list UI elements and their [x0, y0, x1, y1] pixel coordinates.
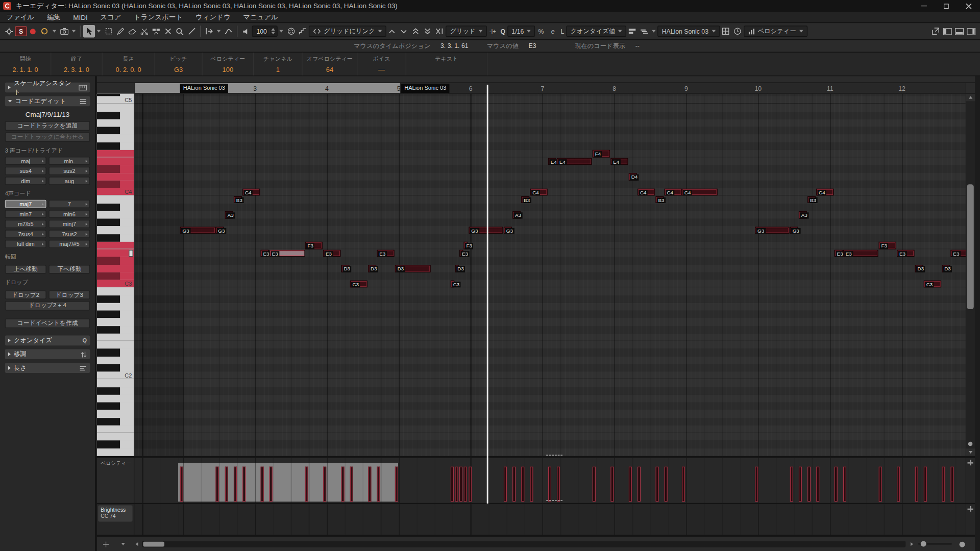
midi-note[interactable]: E3 — [323, 249, 340, 257]
acoustic-feedback-button[interactable] — [39, 25, 51, 37]
minimize-button[interactable] — [913, 0, 935, 12]
time-display-button[interactable] — [731, 25, 743, 37]
velocity-bar[interactable] — [459, 467, 462, 502]
velocity-bar[interactable] — [225, 467, 228, 502]
chord-type-button[interactable]: full dim — [5, 240, 46, 248]
horizontal-zoom-slider[interactable] — [918, 543, 952, 545]
velocity-bar[interactable] — [512, 467, 516, 502]
midi-note[interactable]: D3 — [915, 265, 923, 272]
chord-type-button[interactable]: min6 — [49, 210, 90, 218]
velocity-bar[interactable] — [915, 467, 918, 502]
piano-key[interactable] — [97, 234, 134, 242]
menu-item[interactable]: ファイル — [0, 12, 41, 22]
autoscroll-button[interactable] — [203, 25, 215, 37]
piano-key[interactable] — [97, 433, 134, 441]
scroll-left-button[interactable] — [132, 540, 142, 548]
piano-key[interactable] — [97, 334, 134, 341]
chord-type-button[interactable]: 7 — [49, 200, 90, 208]
midi-note[interactable]: C4 — [682, 188, 718, 195]
piano-key[interactable] — [97, 150, 134, 158]
velocity-bar[interactable] — [807, 467, 811, 502]
midi-note[interactable]: C3 — [350, 280, 368, 287]
midi-note[interactable]: E4 — [548, 158, 556, 165]
chord-variant-arrow-icon[interactable] — [42, 213, 44, 216]
velocity-bar[interactable] — [368, 467, 371, 502]
chord-type-button[interactable]: maj7 — [5, 200, 46, 208]
piano-key[interactable] — [97, 127, 134, 135]
midi-note[interactable]: A3 — [512, 211, 521, 218]
midi-note[interactable]: E3 — [843, 249, 878, 257]
piano-key[interactable] — [97, 410, 134, 418]
section-quantize[interactable]: クオンタイズ Q — [5, 336, 90, 346]
scroll-up-button[interactable] — [966, 94, 975, 102]
piano-key[interactable] — [97, 303, 134, 311]
velocity-bar[interactable] — [610, 467, 614, 502]
piano-key[interactable] — [97, 326, 134, 334]
drop3-button[interactable]: ドロップ3 — [49, 290, 90, 299]
chord-variant-arrow-icon[interactable] — [42, 203, 44, 206]
chord-type-button[interactable]: 7sus2 — [49, 230, 90, 238]
piano-key[interactable] — [97, 142, 134, 150]
chord-variant-arrow-icon[interactable] — [86, 160, 88, 162]
pin-icon[interactable] — [3, 25, 15, 37]
piano-key[interactable]: C5 — [97, 96, 134, 104]
midi-note[interactable]: E3 — [897, 249, 914, 257]
chord-type-button[interactable]: sus2 — [49, 167, 90, 175]
piano-key[interactable] — [97, 204, 134, 211]
piano-key[interactable] — [97, 181, 134, 188]
chord-type-button[interactable]: dim — [5, 177, 46, 185]
section-scale-assistant[interactable]: スケールアシスタント — [5, 83, 90, 93]
close-button[interactable] — [958, 0, 980, 12]
octave-down-button[interactable] — [422, 25, 433, 37]
add-chord-track-button[interactable]: コードトラックを追加 — [5, 121, 90, 131]
chord-type-button[interactable]: maj7/#5 — [49, 240, 90, 248]
velocity-bar[interactable] — [790, 467, 793, 502]
velocity-bar[interactable] — [942, 467, 945, 502]
piano-keyboard[interactable]: C5C4C3C2 — [97, 94, 134, 456]
piano-key[interactable] — [97, 165, 134, 173]
midi-note[interactable]: G3 — [790, 227, 798, 234]
part-borders-button[interactable] — [626, 25, 638, 37]
velocity-bar[interactable] — [377, 467, 380, 502]
open-in-separate-window-button[interactable] — [929, 25, 941, 37]
maximize-button[interactable] — [935, 0, 958, 12]
midi-note[interactable]: F3 — [305, 242, 323, 249]
piano-key[interactable] — [97, 196, 134, 204]
piano-key[interactable] — [97, 318, 134, 326]
iterative-quantize-button[interactable]: % — [535, 25, 547, 37]
velocity-bar[interactable] — [261, 467, 264, 502]
octave-up-button[interactable] — [410, 25, 422, 37]
midi-note[interactable]: D3 — [395, 265, 431, 272]
info-field-value[interactable]: 2. 3. 1. 0 — [64, 66, 89, 73]
audition-dropdown[interactable] — [51, 25, 58, 37]
split-tool[interactable] — [138, 25, 150, 37]
object-selection-tool[interactable] — [83, 25, 95, 37]
add-velocity-lane-button[interactable] — [966, 458, 975, 503]
chord-variant-arrow-icon[interactable] — [86, 233, 88, 236]
record-in-editor-button[interactable] — [27, 25, 39, 37]
midi-note[interactable]: C4 — [530, 188, 547, 195]
draw-tool[interactable] — [114, 25, 126, 37]
move-down-button[interactable]: 下へ移動 — [49, 265, 90, 273]
velocity-bar[interactable] — [843, 467, 846, 502]
midi-note[interactable]: F4 — [593, 150, 610, 157]
piano-key[interactable] — [97, 242, 134, 249]
piano-key[interactable] — [97, 364, 134, 372]
chord-variant-arrow-icon[interactable] — [42, 170, 44, 172]
zoom-preset-add-button[interactable] — [101, 540, 111, 548]
right-zone-toggle[interactable] — [965, 25, 977, 37]
midi-note[interactable]: G3 — [469, 227, 503, 234]
piano-key[interactable] — [97, 311, 134, 318]
drop2-button[interactable]: ドロップ2 — [5, 290, 46, 299]
lower-zone-toggle[interactable] — [953, 25, 965, 37]
midi-note[interactable]: C3 — [451, 280, 454, 287]
step-input-button[interactable] — [297, 25, 309, 37]
velocity-bar[interactable] — [469, 467, 472, 502]
delete-overlaps-button[interactable] — [434, 25, 446, 37]
piano-key[interactable] — [97, 219, 134, 227]
part-label[interactable]: HALion Sonic 03 — [401, 84, 449, 93]
piano-key[interactable] — [97, 441, 134, 448]
piano-key[interactable] — [97, 265, 134, 272]
piano-key[interactable] — [97, 112, 134, 119]
velocity-bar[interactable] — [799, 467, 802, 502]
